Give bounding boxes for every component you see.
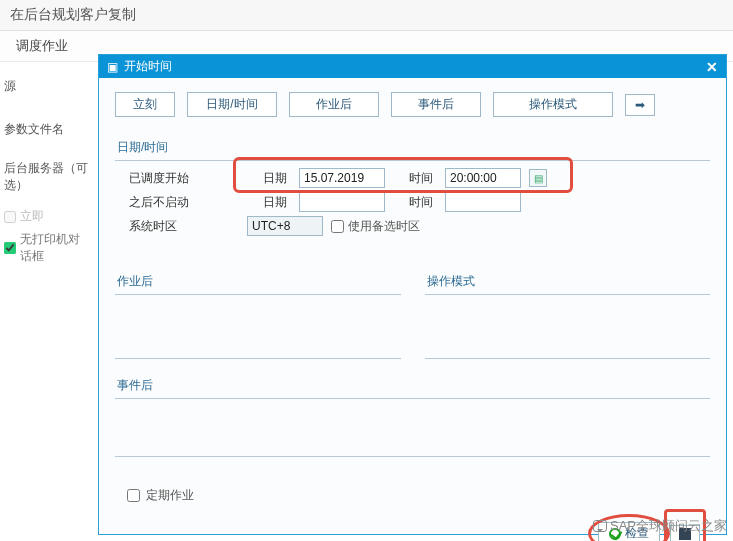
chk-noprinter-label: 无打印机对话框: [20, 231, 91, 265]
label-system-tz: 系统时区: [129, 218, 239, 235]
tab-datetime[interactable]: 日期/时间: [187, 92, 277, 117]
label-date-2: 日期: [247, 194, 291, 211]
dialog-body: 立刻 日期/时间 作业后 事件后 操作模式 ➡ 日期/时间 已调度开始 日期 1…: [99, 78, 726, 541]
panel-after-job-body: [115, 295, 401, 359]
row-no-start-after: 之后不启动 日期 时间: [129, 191, 706, 213]
chk-immediate-label: 立即: [20, 208, 44, 225]
chk-periodic-job-label: 定期作业: [146, 487, 194, 504]
action-row: 检查: [115, 522, 710, 541]
panel-after-event: 事件后: [115, 373, 710, 457]
row-scheduled-start: 已调度开始 日期 15.07.2019 时间 20:00:00 ▤: [129, 167, 706, 189]
two-panel-row: 作业后 操作模式: [115, 269, 710, 359]
panel-op-mode: 操作模式: [425, 269, 711, 359]
left-panel: 源 参数文件名 后台服务器（可选） 立即 无打印机对话框: [0, 62, 95, 541]
chk-alt-tz-label: 使用备选时区: [348, 218, 420, 235]
save-button[interactable]: [670, 525, 700, 542]
panel-op-mode-body: [425, 295, 711, 359]
label-date-1: 日期: [247, 170, 291, 187]
chk-alt-tz-box[interactable]: [331, 220, 344, 233]
section-header-afterjob: 作业后: [115, 269, 401, 295]
left-label-source: 源: [4, 78, 91, 95]
chk-immediate-box[interactable]: [4, 211, 16, 223]
label-no-start-after: 之后不启动: [129, 194, 239, 211]
check-ok-icon: [609, 528, 621, 540]
chk-immediate[interactable]: 立即: [4, 208, 91, 225]
section-header-datetime: 日期/时间: [115, 135, 710, 161]
check-button-label: 检查: [625, 525, 649, 541]
arrow-right-icon: ➡: [635, 98, 645, 112]
time-picker-icon[interactable]: ▤: [529, 169, 547, 187]
label-time-2: 时间: [393, 194, 437, 211]
panel-after-job: 作业后: [115, 269, 401, 359]
tab-after-job[interactable]: 作业后: [289, 92, 379, 117]
input-start-time[interactable]: 20:00:00: [445, 168, 521, 188]
page-main-title: 在后台规划客户复制: [0, 0, 733, 31]
periodic-job-row: 定期作业: [115, 487, 710, 504]
datetime-form: 已调度开始 日期 15.07.2019 时间 20:00:00 ▤ 之后不启动 …: [115, 161, 710, 241]
chk-noprinter[interactable]: 无打印机对话框: [4, 231, 91, 265]
section-header-afterevent: 事件后: [115, 373, 710, 399]
tab-after-event[interactable]: 事件后: [391, 92, 481, 117]
dialog-title-text: 开始时间: [124, 58, 172, 75]
input-tz-value[interactable]: UTC+8: [247, 216, 323, 236]
section-header-opmode: 操作模式: [425, 269, 711, 295]
tab-op-mode[interactable]: 操作模式: [493, 92, 613, 117]
dialog-title-icon: ▣: [107, 60, 118, 74]
input-nostart-date[interactable]: [299, 192, 385, 212]
tab-nav-next[interactable]: ➡: [625, 94, 655, 116]
tab-immediate[interactable]: 立刻: [115, 92, 175, 117]
check-button[interactable]: 检查: [598, 522, 660, 541]
label-scheduled-start: 已调度开始: [129, 170, 239, 187]
chk-noprinter-box[interactable]: [4, 242, 16, 254]
input-start-date[interactable]: 15.07.2019: [299, 168, 385, 188]
panel-after-event-body: [115, 399, 710, 457]
chk-alt-tz[interactable]: 使用备选时区: [331, 218, 420, 235]
label-time-1: 时间: [393, 170, 437, 187]
save-disk-icon: [679, 528, 691, 540]
dialog-title-bar: ▣ 开始时间 ✕: [99, 55, 726, 78]
input-nostart-time[interactable]: [445, 192, 521, 212]
tab-row: 立刻 日期/时间 作业后 事件后 操作模式 ➡: [115, 92, 710, 117]
left-label-paramfile: 参数文件名: [4, 121, 91, 138]
row-system-tz: 系统时区 UTC+8 使用备选时区: [129, 215, 706, 237]
left-label-bgserver: 后台服务器（可选）: [4, 160, 91, 194]
close-icon[interactable]: ✕: [706, 59, 718, 75]
start-time-dialog: ▣ 开始时间 ✕ 立刻 日期/时间 作业后 事件后 操作模式 ➡ 日期/时间 已…: [98, 54, 727, 535]
chk-periodic-job[interactable]: [127, 489, 140, 502]
